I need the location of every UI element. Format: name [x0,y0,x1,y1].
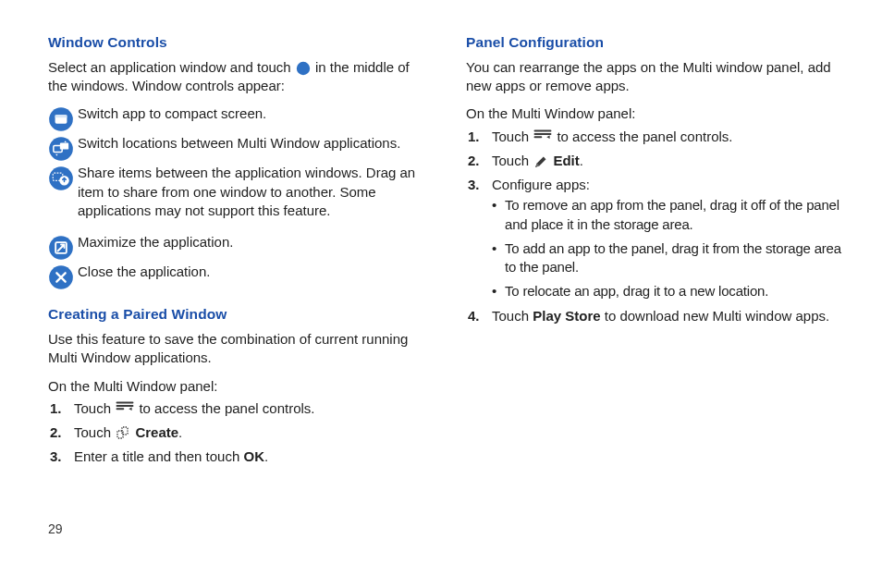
switch-locations-icon [48,136,74,156]
row-share-items-text: Share items between the application wind… [74,164,431,220]
manual-page: Window Controls Select an application wi… [0,0,882,545]
step2-create-label: Create [135,424,178,440]
row-share-items: Share items between the application wind… [48,164,431,220]
panel-controls-icon [533,129,553,145]
step-3: Enter a title and then touch OK. [74,447,431,466]
row-close-text: Close the application. [74,263,431,285]
configure-apps-list: To remove an app from the panel, drag it… [492,196,849,300]
row-switch-locations: Switch locations between Multi Window ap… [48,134,431,156]
pc-step-3: Configure apps: To remove an app from th… [492,176,849,301]
panel-config-onpanel: On the Multi Window panel: [466,104,849,123]
intro-text-a: Select an application window and touch [48,59,295,75]
row-close: Close the application. [48,263,431,285]
share-items-icon [48,165,74,186]
pc1-a: Touch [492,129,533,144]
window-controls-intro: Select an application window and touch i… [48,58,431,96]
row-compact-screen: Switch app to compact screen. [48,104,431,127]
svg-rect-13 [117,431,123,438]
step3-a: Enter a title and then touch [74,448,243,464]
edit-pencil-icon [533,153,549,168]
paired-window-steps: Touch to access the panel controls. Touc… [48,399,431,467]
bul-add: To add an app to the panel, drag it from… [505,239,849,277]
left-column: Window Controls Select an application wi… [48,33,431,536]
pc2-c: . [580,153,583,168]
pc3-text: Configure apps: [492,177,590,192]
step2-c: . [178,424,182,440]
pc4-c: to download new Multi window apps. [601,308,830,324]
step1-a: Touch [74,400,115,416]
row-maximize: Maximize the application. [48,233,431,255]
step1-b: to access the panel controls. [139,400,314,416]
bul-remove: To remove an app from the panel, drag it… [505,196,849,234]
compact-screen-icon [48,106,74,127]
svg-rect-3 [55,116,67,118]
pc-step-1: Touch to access the panel controls. [492,128,849,146]
step3-ok-label: OK [243,448,264,464]
panel-config-steps: Touch to access the panel controls. Touc… [466,128,849,325]
pc4-playstore-label: Play Store [533,308,600,324]
heading-panel-config: Panel Configuration [466,33,849,53]
row-maximize-text: Maximize the application. [74,233,431,255]
row-compact-screen-text: Switch app to compact screen. [74,104,431,127]
right-column: Panel Configuration You can rearrange th… [466,33,849,536]
svg-rect-6 [60,143,68,150]
pc-step-2: Touch Edit. [492,152,849,170]
create-icon [115,425,131,440]
paired-window-intro: Use this feature to save the combination… [48,330,431,368]
panel-config-intro: You can rearrange the apps on the Multi … [466,58,849,96]
pc1-b: to access the panel controls. [557,129,732,144]
maximize-icon [48,235,74,255]
pc2-a: Touch [492,153,533,168]
row-switch-locations-text: Switch locations between Multi Window ap… [74,134,431,156]
paired-window-onpanel: On the Multi Window panel: [48,377,431,396]
panel-controls-icon [115,400,135,417]
step2-a: Touch [74,424,115,440]
pc4-a: Touch [492,308,533,324]
close-icon [48,264,74,285]
bul-relocate: To relocate an app, drag it to a new loc… [505,282,849,300]
step-2: Touch Create. [74,423,431,442]
circle-handle-icon [295,60,312,75]
page-number: 29 [48,521,63,538]
step-1: Touch to access the panel controls. [74,399,431,418]
svg-point-0 [297,62,310,75]
svg-rect-14 [122,427,128,435]
step3-c: . [264,448,268,464]
heading-paired-window: Creating a Paired Window [48,305,431,325]
heading-window-controls: Window Controls [48,33,431,53]
pc2-edit-label: Edit [553,153,579,168]
pc-step-4: Touch Play Store to download new Multi w… [492,307,849,325]
